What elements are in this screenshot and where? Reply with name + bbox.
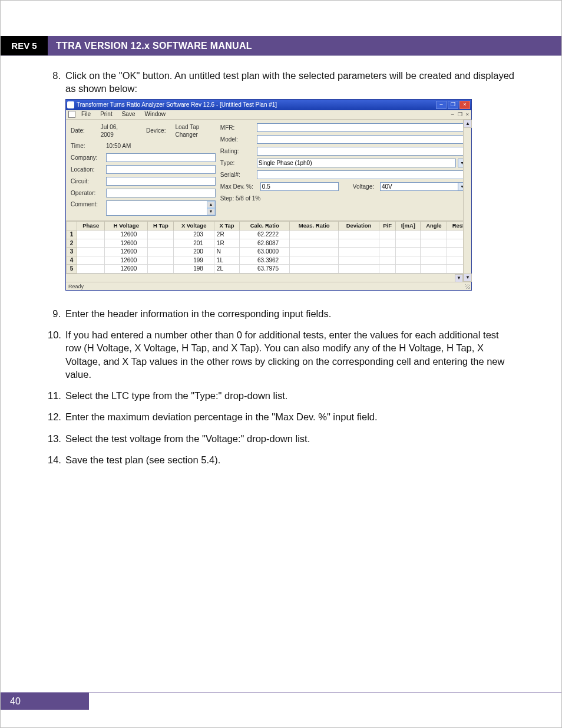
cell-xtap[interactable]: 2L bbox=[214, 265, 239, 274]
cell-hvoltage[interactable]: 12600 bbox=[105, 230, 148, 239]
cell-pf[interactable] bbox=[379, 239, 395, 248]
table-row[interactable]: 312600200N63.0000 bbox=[67, 248, 471, 256]
cell-hvoltage[interactable]: 12600 bbox=[105, 256, 148, 265]
col-hvoltage[interactable]: H Voltage bbox=[105, 221, 148, 230]
cell-hvoltage[interactable]: 12600 bbox=[105, 265, 148, 274]
cell-angle[interactable] bbox=[421, 248, 447, 256]
cell-deviation[interactable] bbox=[339, 256, 379, 265]
table-row[interactable]: 4126001991L63.3962 bbox=[67, 256, 471, 265]
cell-calcratio[interactable]: 62.2222 bbox=[240, 230, 290, 239]
cell-deviation[interactable] bbox=[339, 265, 379, 274]
cell-rownum[interactable]: 1 bbox=[67, 230, 77, 239]
maximize-button[interactable]: ❐ bbox=[448, 101, 458, 109]
cell-phase[interactable] bbox=[77, 256, 105, 265]
cell-htap[interactable] bbox=[148, 265, 174, 274]
col-calcratio[interactable]: Calc. Ratio bbox=[240, 221, 290, 230]
cell-htap[interactable] bbox=[148, 256, 174, 265]
cell-rownum[interactable]: 5 bbox=[67, 265, 77, 274]
cell-measratio[interactable] bbox=[290, 239, 339, 248]
cell-phase[interactable] bbox=[77, 230, 105, 239]
cell-phase[interactable] bbox=[77, 239, 105, 248]
location-field[interactable] bbox=[106, 165, 216, 174]
cell-xvoltage[interactable]: 200 bbox=[174, 248, 214, 256]
menu-file[interactable]: File bbox=[78, 110, 94, 118]
col-xtap[interactable]: X Tap bbox=[214, 221, 239, 230]
cell-xtap[interactable]: 1L bbox=[214, 256, 239, 265]
cell-ima[interactable] bbox=[396, 230, 421, 239]
cell-rownum[interactable]: 4 bbox=[67, 256, 77, 265]
cell-calcratio[interactable]: 62.6087 bbox=[240, 239, 290, 248]
scroll-down-arrow-icon[interactable]: ▼ bbox=[464, 274, 472, 282]
cell-measratio[interactable] bbox=[290, 256, 339, 265]
cell-rownum[interactable]: 3 bbox=[67, 248, 77, 256]
cell-pf[interactable] bbox=[379, 230, 395, 239]
cell-deviation[interactable] bbox=[339, 239, 379, 248]
col-pf[interactable]: P/F bbox=[379, 221, 395, 230]
rating-field[interactable] bbox=[257, 147, 467, 156]
cell-deviation[interactable] bbox=[339, 248, 379, 256]
cell-angle[interactable] bbox=[421, 230, 447, 239]
col-rownum[interactable] bbox=[67, 221, 77, 230]
col-deviation[interactable]: Deviation bbox=[339, 221, 379, 230]
table-row[interactable]: 5126001982L63.7975 bbox=[67, 265, 471, 274]
menu-save[interactable]: Save bbox=[118, 110, 139, 118]
mdi-doc-icon[interactable] bbox=[68, 111, 75, 118]
cell-ima[interactable] bbox=[396, 265, 421, 274]
titlebar[interactable]: Transformer Turns Ratio Analyzer Softwar… bbox=[66, 100, 471, 110]
mfr-field[interactable] bbox=[257, 123, 467, 132]
cell-htap[interactable] bbox=[148, 248, 174, 256]
test-grid[interactable]: Phase H Voltage H Tap X Voltage X Tap Ca… bbox=[66, 221, 471, 274]
cell-htap[interactable] bbox=[148, 239, 174, 248]
operator-field[interactable] bbox=[106, 189, 216, 197]
cell-pf[interactable] bbox=[379, 248, 395, 256]
cell-ima[interactable] bbox=[396, 239, 421, 248]
voltage-dropdown[interactable] bbox=[380, 182, 458, 191]
cell-calcratio[interactable]: 63.7975 bbox=[240, 265, 290, 274]
cell-angle[interactable] bbox=[421, 239, 447, 248]
scroll-down-arrow-icon[interactable]: ▼ bbox=[455, 274, 463, 282]
cell-xvoltage[interactable]: 198 bbox=[174, 265, 214, 274]
mdi-close-button[interactable]: × bbox=[466, 111, 469, 118]
cell-calcratio[interactable]: 63.3962 bbox=[240, 256, 290, 265]
circuit-field[interactable] bbox=[106, 177, 216, 186]
maxdev-field[interactable] bbox=[260, 182, 339, 191]
menu-window[interactable]: Window bbox=[141, 110, 169, 118]
scroll-up-arrow-icon[interactable]: ▲ bbox=[464, 120, 472, 128]
col-htap[interactable]: H Tap bbox=[148, 221, 174, 230]
cell-xvoltage[interactable]: 201 bbox=[174, 239, 214, 248]
company-field[interactable] bbox=[106, 153, 216, 162]
cell-measratio[interactable] bbox=[290, 265, 339, 274]
model-field[interactable] bbox=[257, 135, 467, 144]
cell-xtap[interactable]: 2R bbox=[214, 230, 239, 239]
cell-rownum[interactable]: 2 bbox=[67, 239, 77, 248]
col-phase[interactable]: Phase bbox=[77, 221, 105, 230]
cell-calcratio[interactable]: 63.0000 bbox=[240, 248, 290, 256]
cell-phase[interactable] bbox=[77, 265, 105, 274]
table-row[interactable]: 1126002032R62.2222 bbox=[67, 230, 471, 239]
close-button[interactable]: × bbox=[459, 101, 470, 109]
table-row[interactable]: 2126002011R62.6087 bbox=[67, 239, 471, 248]
cell-pf[interactable] bbox=[379, 265, 395, 274]
type-dropdown[interactable] bbox=[257, 159, 456, 167]
cell-phase[interactable] bbox=[77, 248, 105, 256]
cell-xvoltage[interactable]: 203 bbox=[174, 230, 214, 239]
scroll-down-icon[interactable]: ▼ bbox=[207, 208, 215, 215]
cell-measratio[interactable] bbox=[290, 230, 339, 239]
cell-angle[interactable] bbox=[421, 265, 447, 274]
cell-angle[interactable] bbox=[421, 256, 447, 265]
col-ima[interactable]: I[mA] bbox=[396, 221, 421, 230]
cell-ima[interactable] bbox=[396, 248, 421, 256]
cell-ima[interactable] bbox=[396, 256, 421, 265]
cell-xtap[interactable]: N bbox=[214, 248, 239, 256]
cell-xtap[interactable]: 1R bbox=[214, 239, 239, 248]
mdi-restore-button[interactable]: ❐ bbox=[458, 111, 462, 118]
horizontal-scrollbar[interactable]: ▼ bbox=[66, 274, 471, 282]
cell-hvoltage[interactable]: 12600 bbox=[105, 248, 148, 256]
vertical-scrollbar[interactable]: ▲ ▼ bbox=[463, 120, 471, 282]
serial-field[interactable] bbox=[257, 170, 467, 179]
mdi-minimize-button[interactable]: – bbox=[451, 111, 454, 118]
col-xvoltage[interactable]: X Voltage bbox=[174, 221, 214, 230]
cell-pf[interactable] bbox=[379, 256, 395, 265]
cell-deviation[interactable] bbox=[339, 230, 379, 239]
cell-measratio[interactable] bbox=[290, 248, 339, 256]
